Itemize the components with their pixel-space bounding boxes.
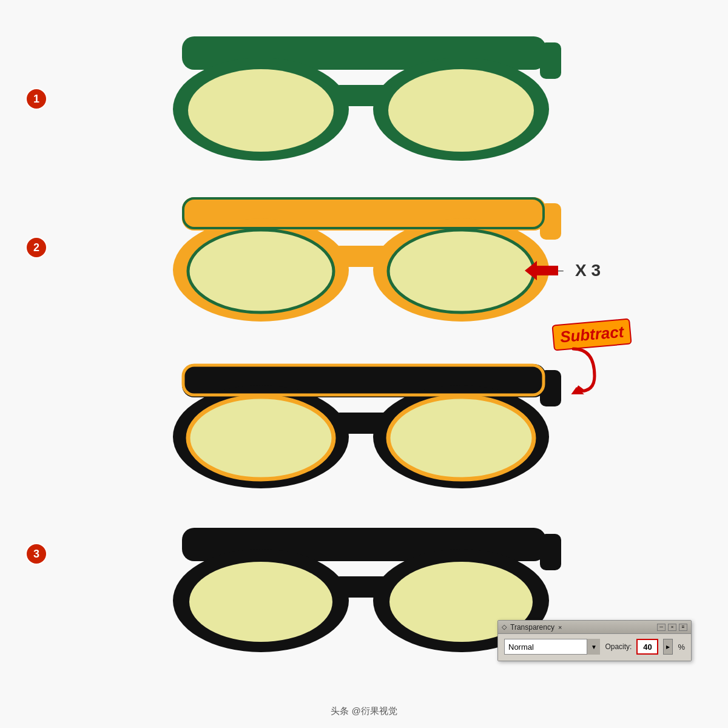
step2-glasses — [0, 179, 728, 325]
panel-diamond-icon: ◇ — [502, 623, 507, 631]
x3-arrow-svg — [525, 260, 561, 281]
panel-minimize-btn[interactable]: ─ — [657, 624, 666, 631]
svg-point-24 — [388, 397, 534, 479]
svg-point-13 — [388, 230, 534, 312]
panel-row: Normal ▼ Opacity: ▶ % — [504, 639, 685, 655]
opacity-increment-btn[interactable]: ▶ — [663, 639, 673, 655]
step4-badge: 3 — [25, 543, 47, 565]
panel-menu-btn[interactable]: ≡ — [679, 624, 687, 631]
svg-marker-15 — [525, 261, 558, 280]
panel-titlebar: ◇ Transparency × ─ × ≡ — [498, 621, 691, 634]
glasses-1-svg — [164, 18, 564, 164]
blend-mode-select[interactable]: Normal — [504, 639, 600, 655]
step1-badge: 1 — [25, 88, 47, 110]
percent-label: % — [678, 642, 685, 652]
svg-rect-29 — [334, 576, 394, 598]
step2-badge: 2 — [25, 237, 47, 258]
svg-point-31 — [189, 562, 332, 642]
step1-glasses — [0, 18, 728, 164]
opacity-label: Opacity: — [605, 642, 632, 651]
mode-select-wrapper[interactable]: Normal ▼ — [504, 639, 600, 655]
svg-rect-3 — [334, 85, 394, 106]
watermark: 头条 @衍果视觉 — [331, 706, 397, 717]
svg-rect-21 — [334, 413, 394, 434]
panel-close-btn[interactable]: × — [668, 624, 676, 631]
panel-body: Normal ▼ Opacity: ▶ % — [498, 634, 691, 661]
svg-point-5 — [188, 69, 334, 152]
panel-close-icon[interactable]: × — [558, 624, 562, 631]
opacity-input[interactable] — [636, 639, 658, 655]
opacity-stepper: ▶ — [663, 639, 673, 655]
svg-rect-10 — [334, 246, 394, 267]
transparency-panel: ◇ Transparency × ─ × ≡ Normal ▼ Opacity: — [497, 620, 692, 661]
svg-point-6 — [388, 69, 534, 152]
svg-point-12 — [188, 230, 334, 312]
svg-point-23 — [188, 397, 334, 479]
svg-rect-4 — [540, 42, 561, 79]
main-canvas: 1 2 — [0, 0, 728, 728]
glasses-2-svg — [164, 179, 564, 325]
glasses-3-svg — [164, 346, 564, 491]
step3-glasses — [0, 346, 728, 491]
panel-title: Transparency — [510, 623, 554, 632]
svg-rect-30 — [540, 534, 561, 570]
